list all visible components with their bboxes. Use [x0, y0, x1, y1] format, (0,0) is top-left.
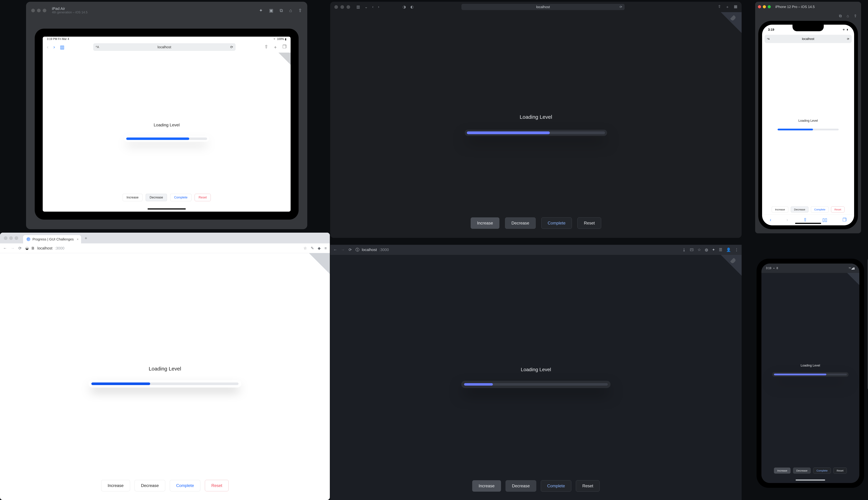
back-icon[interactable]: ‹ [770, 217, 771, 223]
minimize-icon[interactable] [37, 9, 41, 12]
new-tab-icon[interactable]: ＋ [726, 4, 729, 10]
share-icon[interactable]: ⇧ [264, 44, 268, 50]
close-icon[interactable] [758, 5, 761, 8]
minimize-icon[interactable] [763, 5, 766, 8]
menu-icon[interactable]: ⋮ [735, 248, 739, 252]
new-tab-button[interactable]: ＋ [84, 235, 88, 241]
back-icon[interactable]: ← [333, 248, 337, 252]
decrease-button[interactable]: Decrease [135, 480, 165, 491]
screenshot-icon[interactable]: ▣ [269, 8, 273, 13]
extension-icon[interactable]: ◍ [705, 248, 708, 252]
reset-button[interactable]: Reset [578, 217, 601, 229]
back-icon[interactable]: ‹ [47, 44, 48, 50]
address-bar[interactable]: ◒ 🗎 localhost:3000 [25, 246, 300, 251]
reload-icon[interactable]: ⟳ [230, 45, 233, 49]
tabs-overview-icon[interactable]: ▦ [734, 4, 738, 10]
forward-icon[interactable]: → [341, 248, 345, 252]
screenshot-icon[interactable]: ⧉ [839, 14, 842, 18]
minimize-icon[interactable] [9, 236, 13, 240]
close-icon[interactable] [4, 236, 8, 240]
increase-button[interactable]: Increase [774, 467, 791, 474]
decrease-button[interactable]: Decrease [505, 480, 536, 492]
address-bar[interactable]: ᴬA localhost ⟳ [93, 43, 236, 51]
zoom-icon[interactable] [14, 236, 18, 240]
reading-list-icon[interactable]: ☰ [719, 248, 722, 252]
address-bar[interactable]: ⓘ localhost:3000 [355, 247, 678, 252]
close-icon[interactable] [31, 9, 35, 12]
site-info-icon[interactable]: ⓘ [355, 247, 359, 252]
sidebar-icon[interactable]: ▥ [356, 5, 360, 9]
bookmarks-icon[interactable]: ▯▯ [822, 217, 827, 223]
home-indicator[interactable] [795, 223, 821, 224]
share-icon[interactable]: ⇧ [803, 217, 807, 223]
forward-icon[interactable]: › [787, 217, 788, 223]
site-info-icon[interactable]: 🗎 [31, 246, 35, 251]
reload-icon[interactable]: ⟳ [349, 248, 352, 252]
extension-visbug-icon[interactable]: ✎ [311, 246, 314, 251]
visbug-corner-icon[interactable] [278, 53, 290, 65]
reader-aa-icon[interactable]: ᴬA [767, 37, 769, 40]
share-icon[interactable]: ⇧ [718, 4, 721, 10]
decrease-button[interactable]: Decrease [793, 467, 811, 474]
complete-button[interactable]: Complete [170, 480, 201, 491]
visbug-corner-icon[interactable] [309, 253, 330, 274]
tabs-icon[interactable]: ❐ [843, 217, 846, 223]
address-bar[interactable]: ᴬA localhost ⟳ [765, 35, 852, 43]
close-icon[interactable] [334, 5, 338, 9]
visbug-corner-icon[interactable] [721, 255, 742, 276]
reload-icon[interactable]: ⟳ [19, 246, 22, 251]
address-bar[interactable]: localhost ⟳ [461, 4, 625, 10]
back-icon[interactable]: ← [3, 246, 7, 251]
appearance-icon[interactable]: ◐ [410, 5, 414, 9]
forward-icon[interactable]: › [53, 44, 55, 50]
complete-button[interactable]: Complete [170, 194, 192, 201]
share-icon[interactable]: ⇪ [298, 8, 302, 13]
record-icon[interactable]: ⧉ [280, 8, 283, 13]
decrease-button[interactable]: Decrease [791, 206, 809, 213]
reader-aa-icon[interactable]: ᴬA [96, 45, 99, 49]
complete-button[interactable]: Complete [541, 217, 572, 229]
increase-button[interactable]: Increase [471, 217, 500, 229]
star-icon[interactable]: ☆ [304, 246, 307, 251]
sidebar-icon[interactable]: ▥ [60, 44, 65, 50]
forward-icon[interactable]: → [11, 246, 14, 251]
back-icon[interactable]: ‹ [372, 5, 374, 9]
shield-icon[interactable]: ◒ [25, 246, 28, 251]
tabs-icon[interactable]: ❐ [283, 44, 286, 50]
profile-icon[interactable]: 👤 [726, 248, 731, 252]
forward-icon[interactable]: › [378, 5, 379, 9]
menu-icon[interactable]: ≡ [324, 246, 327, 251]
increase-button[interactable]: Increase [123, 194, 142, 201]
reload-icon[interactable]: ⟳ [619, 5, 622, 9]
install-icon[interactable]: ⭳ [682, 248, 686, 252]
decrease-button[interactable]: Decrease [505, 217, 536, 229]
close-tab-icon[interactable]: × [77, 238, 79, 241]
complete-button[interactable]: Complete [813, 467, 831, 474]
share-icon[interactable]: ⮹ [690, 248, 694, 252]
pin-icon[interactable]: ✦ [259, 8, 263, 13]
tab-progress[interactable]: Progress | GUI Challenges × [23, 235, 81, 243]
complete-button[interactable]: Complete [541, 480, 571, 492]
star-icon[interactable]: ☆ [698, 248, 701, 252]
increase-button[interactable]: Increase [472, 480, 501, 492]
increase-button[interactable]: Increase [772, 206, 788, 213]
reset-button[interactable]: Reset [833, 467, 847, 474]
reset-button[interactable]: Reset [576, 480, 599, 492]
home-icon[interactable]: ⌂ [847, 14, 849, 18]
new-tab-icon[interactable]: ＋ [273, 44, 277, 50]
reset-button[interactable]: Reset [195, 194, 211, 201]
extension-icon[interactable]: ◆ [318, 246, 321, 251]
extensions-puzzle-icon[interactable]: ✦ [712, 248, 715, 252]
home-indicator[interactable] [796, 479, 825, 480]
shield-icon[interactable]: ◑ [402, 5, 406, 9]
reset-button[interactable]: Reset [831, 206, 844, 213]
visbug-corner-icon[interactable] [721, 12, 742, 33]
zoom-icon[interactable] [768, 5, 771, 8]
zoom-icon[interactable] [346, 5, 350, 9]
reset-button[interactable]: Reset [205, 480, 229, 491]
home-indicator[interactable] [148, 208, 186, 209]
chevron-down-icon[interactable]: ⌄ [365, 5, 368, 9]
home-icon[interactable]: ⌂ [289, 8, 292, 13]
decrease-button[interactable]: Decrease [146, 194, 167, 201]
share-icon[interactable]: ⇪ [854, 14, 857, 18]
